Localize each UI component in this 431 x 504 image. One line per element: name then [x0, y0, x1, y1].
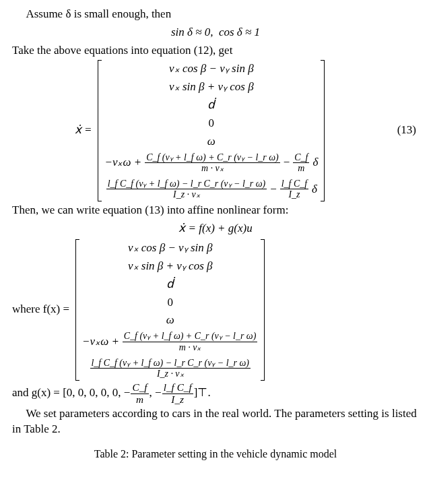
fx-row1: vₓ cos β − vᵧ sin β — [128, 241, 213, 254]
eq13-row5: ω — [207, 135, 216, 148]
take-above-text: Take the above equations into equation (… — [12, 43, 419, 59]
fx-row6: −vₓω + C_f (vᵧ + l_f ω) + C_r (vᵧ − l_r … — [82, 331, 258, 352]
fx-definition: where f(x) = vₓ cos β − vᵧ sin β vₓ sin … — [12, 239, 419, 381]
fx-row3: ḋ — [166, 278, 174, 290]
eq13-row2: vₓ sin β + vᵧ cos β — [169, 80, 254, 93]
eq13-row3: ḋ — [207, 98, 215, 111]
fx-row4: 0 — [167, 296, 173, 309]
fx-matrix: vₓ cos β − vᵧ sin β vₓ sin β + vᵧ cos β … — [73, 239, 267, 381]
fx-row5: ω — [166, 313, 174, 326]
fx-prefix: where f(x) = — [12, 302, 69, 317]
affine-intro-text: Then, we can write equation (13) into af… — [12, 203, 419, 218]
gx-definition: and g(x) = [0, 0, 0, 0, 0, −C_fm, −l_f C… — [12, 382, 419, 406]
fx-row2: vₓ sin β + vᵧ cos β — [128, 259, 213, 272]
eq13-matrix: vₓ cos β − vᵧ sin β vₓ sin β + vᵧ cos β … — [96, 60, 327, 201]
eq13-row6: −vₓω + C_f (vᵧ + l_f ω) + C_r (vᵧ − l_r … — [104, 152, 318, 174]
fx-row7: l_f C_f (vᵧ + l_f ω) − l_r C_r (vᵧ − l_r… — [90, 358, 251, 379]
eq13-number: (13) — [389, 123, 419, 138]
eq13-row4: 0 — [209, 117, 215, 129]
params-text: We set parameters according to cars in t… — [12, 406, 419, 437]
table-2-caption: Table 2: Parameter setting in the vehicl… — [12, 447, 419, 462]
eq13-row1: vₓ cos β − vᵧ sin β — [169, 62, 254, 75]
affine-equation: ẋ = f(x) + g(x)u — [12, 221, 419, 237]
small-angle-approx: sin δ ≈ 0, cos δ ≈ 1 — [12, 25, 419, 40]
eq13-row7: l_f C_f (vᵧ + l_f ω) − l_r C_r (vᵧ − l_r… — [106, 179, 317, 200]
assume-text: Assume δ is small enough, then — [12, 7, 419, 22]
equation-13: ẋ = vₓ cos β − vᵧ sin β vₓ sin β + vᵧ co… — [12, 60, 419, 201]
eq13-lhs: ẋ = — [75, 123, 92, 138]
